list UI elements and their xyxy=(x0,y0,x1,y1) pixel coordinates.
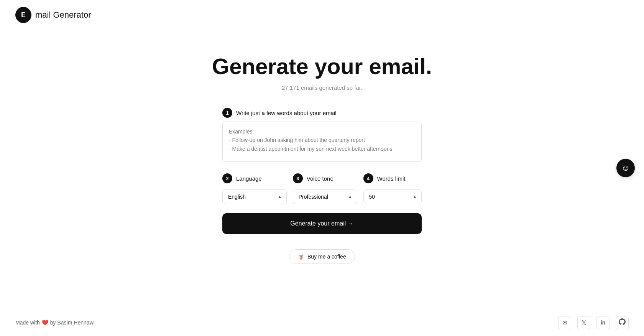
emails-count: 27,171 emails generated so far. xyxy=(282,84,362,91)
social-links: ✉ 𝕏 in xyxy=(558,316,629,329)
language-group: 2 Language English French Spanish German… xyxy=(222,173,287,204)
voice-group: 3 Voice tone Professional Casual Formal … xyxy=(293,173,357,204)
step4-label: 4 Words limit xyxy=(363,173,422,183)
step3-label: 3 Voice tone xyxy=(293,173,357,183)
language-select-wrapper: English French Spanish German Italian Po… xyxy=(222,189,287,204)
step2-badge: 2 xyxy=(222,173,232,183)
email-input[interactable] xyxy=(222,122,422,162)
step1-badge: 1 xyxy=(222,108,232,118)
step4-text: Words limit xyxy=(377,175,406,182)
app-footer: Made with ❤️ by Basim Hennawi ✉ 𝕏 in xyxy=(0,309,644,336)
step1-text: Write just a few words about your email xyxy=(236,110,337,116)
form-container: 1 Write just a few words about your emai… xyxy=(222,108,422,249)
heart-icon: ❤️ xyxy=(42,320,48,326)
step2-label: 2 Language xyxy=(222,173,287,183)
generate-button[interactable]: Generate your email → xyxy=(222,213,422,234)
github-icon-link[interactable] xyxy=(616,316,629,329)
twitter-icon: 𝕏 xyxy=(582,319,586,326)
step3-badge: 3 xyxy=(293,173,303,183)
options-row: 2 Language English French Spanish German… xyxy=(222,173,422,204)
chat-icon: ☺ xyxy=(621,163,630,173)
step3-text: Voice tone xyxy=(307,175,334,182)
app-logo: E xyxy=(15,7,31,23)
email-icon-link[interactable]: ✉ xyxy=(558,316,571,329)
coffee-label: Buy me a coffee xyxy=(307,254,346,260)
chat-button[interactable]: ☺ xyxy=(616,159,635,177)
github-icon xyxy=(619,318,626,327)
page-title: Generate your email. xyxy=(212,53,432,79)
footer-credit: Made with ❤️ by Basim Hennawi xyxy=(15,320,95,326)
made-with-text: Made with xyxy=(15,320,40,326)
linkedin-icon: in xyxy=(601,320,605,326)
words-group: 4 Words limit 50 100 150 200 250 ▲ xyxy=(363,173,422,204)
step4-badge: 4 xyxy=(363,173,373,183)
linkedin-icon-link[interactable]: in xyxy=(596,316,610,329)
words-select-wrapper: 50 100 150 200 250 ▲ xyxy=(363,189,422,204)
step1-label: 1 Write just a few words about your emai… xyxy=(222,108,422,118)
words-select[interactable]: 50 100 150 200 250 xyxy=(363,189,422,204)
coffee-emoji: 🧋 xyxy=(298,254,304,260)
step2-text: Language xyxy=(236,175,262,182)
app-header: E mail Generator xyxy=(0,0,644,30)
app-title: mail Generator xyxy=(35,10,91,20)
voice-select-wrapper: Professional Casual Formal Friendly Humo… xyxy=(293,189,357,204)
language-select[interactable]: English French Spanish German Italian Po… xyxy=(222,189,287,204)
twitter-icon-link[interactable]: 𝕏 xyxy=(577,316,590,329)
voice-select[interactable]: Professional Casual Formal Friendly Humo… xyxy=(293,189,357,204)
author-text: by Basim Hennawi xyxy=(50,320,95,326)
email-icon: ✉ xyxy=(562,319,567,326)
coffee-button[interactable]: 🧋 Buy me a coffee xyxy=(289,249,355,264)
main-content: Generate your email. 27,171 emails gener… xyxy=(0,30,644,298)
